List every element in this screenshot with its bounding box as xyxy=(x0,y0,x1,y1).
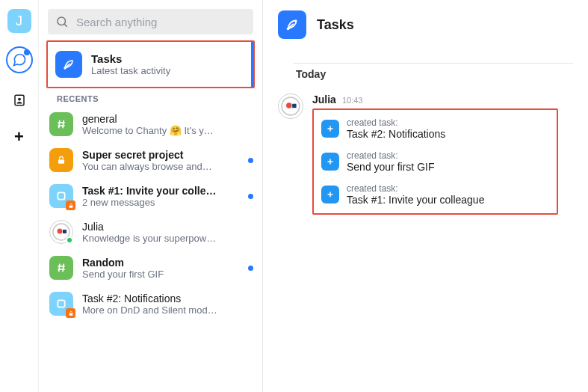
task-row[interactable]: created task: Send your first GIF xyxy=(321,147,549,176)
task-name: Send your first GIF xyxy=(347,161,434,173)
item-subtitle: Knowledge is your superpow… xyxy=(82,233,253,244)
task-name: Task #1: Invite your colleague xyxy=(347,194,484,206)
task-name: Task #2: Notifications xyxy=(347,128,445,140)
task-row[interactable]: created task: Task #1: Invite your colle… xyxy=(321,180,549,209)
item-subtitle: You can always browse and… xyxy=(82,161,239,172)
svg-point-13 xyxy=(58,229,63,234)
plus-icon xyxy=(321,153,339,171)
task-prefix: created task: xyxy=(347,150,434,161)
task-icon xyxy=(49,184,73,208)
nav-rail: J + xyxy=(0,0,39,392)
list-item[interactable]: Julia Knowledge is your superpow… xyxy=(39,214,262,250)
task-icon xyxy=(49,292,73,316)
tasks-subtitle: Latest task activity xyxy=(91,65,170,76)
item-subtitle: 2 new messages xyxy=(82,197,239,208)
svg-rect-20 xyxy=(58,300,64,307)
svg-point-2 xyxy=(58,17,66,25)
today-divider: Today xyxy=(293,63,573,80)
item-title: Task #2: Notifications xyxy=(82,293,253,304)
user-avatar[interactable]: J xyxy=(7,9,31,33)
svg-line-19 xyxy=(63,264,64,272)
message-time: 10:43 xyxy=(342,96,363,105)
task-prefix: created task: xyxy=(347,117,445,128)
sidebar-panel: Tasks Latest task activity RECENTS gener… xyxy=(39,0,263,392)
message-block: Julia 10:43 created task: Task #2: Notif… xyxy=(263,80,588,215)
today-label: Today xyxy=(293,68,573,80)
lock-icon xyxy=(49,148,73,172)
hash-icon xyxy=(49,256,73,280)
list-item[interactable]: Random Send your first GIF xyxy=(39,250,262,286)
sender-name: Julia xyxy=(312,94,336,105)
item-subtitle: More on DnD and Silent mod… xyxy=(82,304,253,316)
svg-line-7 xyxy=(59,120,60,129)
svg-line-18 xyxy=(59,264,60,272)
svg-line-3 xyxy=(64,24,66,26)
item-title: Random xyxy=(82,257,239,269)
list-item[interactable]: Task #2: Notifications More on DnD and S… xyxy=(39,286,262,322)
item-subtitle: Send your first GIF xyxy=(82,269,239,280)
add-button[interactable]: + xyxy=(14,127,24,147)
item-title: general xyxy=(82,113,253,125)
svg-rect-11 xyxy=(69,205,72,207)
svg-line-8 xyxy=(63,120,64,129)
unread-dot-icon xyxy=(24,49,30,55)
svg-point-4 xyxy=(64,67,66,69)
avatar-icon xyxy=(49,220,73,244)
tasks-title: Tasks xyxy=(91,52,170,65)
item-title: Julia xyxy=(82,221,253,233)
list-item[interactable]: general Welcome to Chanty 🤗 It's y… xyxy=(39,106,262,142)
sender-avatar[interactable] xyxy=(278,94,303,119)
main-header: Tasks xyxy=(263,0,588,49)
search-input[interactable] xyxy=(76,16,246,28)
search-box[interactable] xyxy=(48,9,253,34)
tasks-icon xyxy=(55,51,82,78)
tasks-feed-item[interactable]: Tasks Latest task activity xyxy=(46,40,255,88)
svg-point-22 xyxy=(287,28,290,31)
contacts-nav-icon[interactable] xyxy=(6,87,33,114)
recents-list: general Welcome to Chanty 🤗 It's y… Supe… xyxy=(39,106,262,322)
tasks-icon xyxy=(278,10,306,39)
item-subtitle: Welcome to Chanty 🤗 It's y… xyxy=(82,125,253,136)
plus-icon xyxy=(321,186,339,203)
chat-nav-icon[interactable] xyxy=(6,46,33,73)
svg-rect-14 xyxy=(63,230,66,233)
list-item[interactable]: Super secret project You can always brow… xyxy=(39,142,262,178)
task-activity-box: created task: Task #2: Notifications cre… xyxy=(312,108,558,215)
hash-icon xyxy=(49,112,73,136)
page-title: Tasks xyxy=(317,17,354,33)
item-title: Task #1: Invite your colle… xyxy=(82,185,239,197)
svg-point-1 xyxy=(18,98,21,101)
plus-icon xyxy=(321,120,339,138)
svg-rect-10 xyxy=(58,192,64,199)
list-item[interactable]: Task #1: Invite your colle… 2 new messag… xyxy=(39,178,262,214)
item-title: Super secret project xyxy=(82,149,239,161)
svg-rect-9 xyxy=(58,159,64,163)
svg-rect-25 xyxy=(292,104,296,108)
lock-badge-icon xyxy=(66,200,75,210)
search-icon xyxy=(55,15,69,28)
svg-point-24 xyxy=(286,102,292,108)
unread-dot-icon xyxy=(248,158,253,163)
task-row[interactable]: created task: Task #2: Notifications xyxy=(321,114,549,143)
lock-badge-icon xyxy=(66,308,75,318)
presence-dot-icon xyxy=(66,236,73,244)
task-prefix: created task: xyxy=(347,183,484,194)
unread-dot-icon xyxy=(248,266,253,271)
svg-rect-21 xyxy=(69,313,72,315)
main-area: Tasks Today Julia 10:43 created task: Ta… xyxy=(263,0,588,392)
unread-dot-icon xyxy=(248,194,253,199)
recents-label: RECENTS xyxy=(39,88,262,106)
